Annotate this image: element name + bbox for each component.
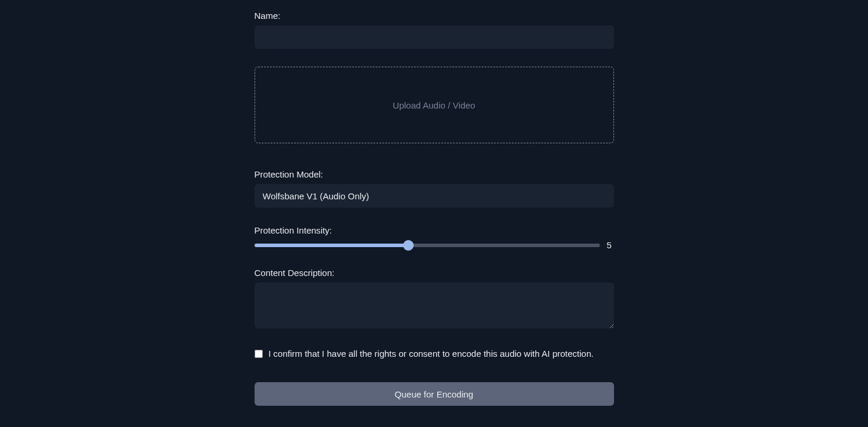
slider-row: 5 xyxy=(255,240,614,250)
consent-checkbox[interactable] xyxy=(255,350,263,358)
protection-model-label: Protection Model: xyxy=(255,169,614,179)
protection-model-group: Protection Model: Wolfsbane V1 (Audio On… xyxy=(255,169,614,208)
upload-dropzone[interactable]: Upload Audio / Video xyxy=(255,67,614,143)
encoding-form: Name: Upload Audio / Video Protection Mo… xyxy=(255,11,614,427)
upload-text: Upload Audio / Video xyxy=(393,100,476,110)
protection-intensity-label: Protection Intensity: xyxy=(255,225,614,235)
protection-intensity-group: Protection Intensity: 5 xyxy=(255,225,614,250)
intensity-value: 5 xyxy=(607,240,614,250)
consent-row: I confirm that I have all the rights or … xyxy=(255,349,614,359)
content-description-group: Content Description: xyxy=(255,268,614,331)
queue-encoding-button[interactable]: Queue for Encoding xyxy=(255,382,614,406)
consent-label[interactable]: I confirm that I have all the rights or … xyxy=(269,349,594,359)
content-description-textarea[interactable] xyxy=(255,283,614,329)
intensity-slider[interactable] xyxy=(255,244,600,247)
content-description-label: Content Description: xyxy=(255,268,614,278)
name-label: Name: xyxy=(255,11,614,21)
protection-model-select[interactable]: Wolfsbane V1 (Audio Only) xyxy=(255,184,614,208)
name-input[interactable] xyxy=(255,25,614,49)
name-group: Name: xyxy=(255,11,614,49)
